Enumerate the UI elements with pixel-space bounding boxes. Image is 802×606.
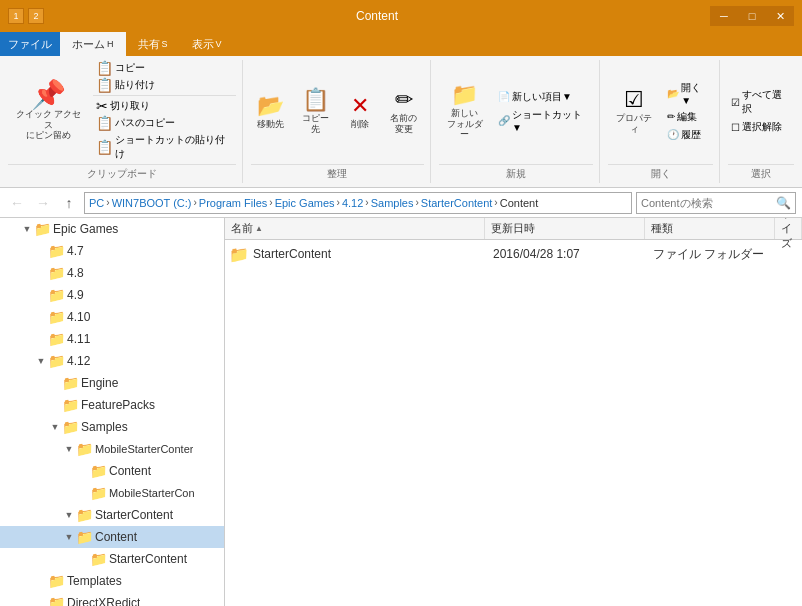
- copy-path-icon: 📋: [96, 116, 113, 130]
- toggle-4.11[interactable]: [34, 332, 48, 346]
- paste-shortcut-button[interactable]: 📋 ショートカットの貼り付け: [93, 132, 235, 162]
- copy-path-button[interactable]: 📋 パスのコピー: [93, 115, 235, 131]
- close-button[interactable]: ✕: [766, 6, 794, 26]
- toggle-templates[interactable]: [34, 574, 48, 588]
- pin-button[interactable]: 📌 クイック アクセスにピン留め: [8, 79, 89, 143]
- pin-icon: 📌: [31, 81, 66, 109]
- delete-button[interactable]: ✕ 削除: [340, 91, 380, 132]
- rename-button[interactable]: ✏ 名前の変更: [384, 85, 424, 137]
- ribbon-tabs: ファイル ホーム H 共有 S 表示 V: [0, 32, 802, 56]
- breadcrumb-epicgames[interactable]: Epic Games: [275, 197, 335, 209]
- sidebar-item-4.9[interactable]: 📁 4.9: [0, 284, 224, 306]
- move-button[interactable]: 📂 移動先: [251, 91, 291, 132]
- sidebar-item-mobilestarter[interactable]: ▼ 📁 MobileStarterConter: [0, 438, 224, 460]
- forward-button[interactable]: →: [32, 192, 54, 214]
- sidebar-item-mobilestartercon[interactable]: 📁 MobileStarterCon: [0, 482, 224, 504]
- copy-to-button[interactable]: 📋 コピー先: [295, 85, 336, 137]
- breadcrumb-drive[interactable]: WIN7BOOT (C:): [112, 197, 192, 209]
- shortcut-button[interactable]: 🔗 ショートカット▼: [495, 107, 593, 134]
- select-all-label: すべて選択: [742, 88, 791, 116]
- sidebar-item-4.8[interactable]: 📁 4.8: [0, 262, 224, 284]
- toggle-engine[interactable]: [48, 376, 62, 390]
- toggle-content-mobile[interactable]: [76, 464, 90, 478]
- toggle-directxredict[interactable]: [34, 596, 48, 606]
- file-folder-icon: 📁: [229, 245, 249, 264]
- history-button[interactable]: 🕐 履歴: [664, 127, 713, 143]
- sidebar-label-startercontent: StarterContent: [93, 508, 173, 522]
- sidebar-item-samples[interactable]: ▼ 📁 Samples: [0, 416, 224, 438]
- shortcut-icon: 🔗: [498, 115, 510, 126]
- up-button[interactable]: ↑: [58, 192, 80, 214]
- toggle-samples[interactable]: ▼: [48, 420, 62, 434]
- toggle-epic-games[interactable]: ▼: [20, 222, 34, 236]
- select-all-button[interactable]: ☑ すべて選択: [728, 87, 794, 117]
- toggle-4.12[interactable]: ▼: [34, 354, 48, 368]
- search-input[interactable]: [641, 197, 776, 209]
- toggle-content-selected[interactable]: ▼: [62, 530, 76, 544]
- sidebar-item-startercontent[interactable]: ▼ 📁 StarterContent: [0, 504, 224, 526]
- select-none-icon: ☐: [731, 122, 740, 133]
- sidebar-item-4.10[interactable]: 📁 4.10: [0, 306, 224, 328]
- copy-button[interactable]: 📋 コピー: [93, 60, 235, 76]
- sidebar-label-mobilestarter: MobileStarterConter: [93, 443, 193, 455]
- sidebar-item-content-selected[interactable]: ▼ 📁 Content: [0, 526, 224, 548]
- breadcrumb-pc[interactable]: PC: [89, 197, 104, 209]
- sidebar-item-templates[interactable]: 📁 Templates: [0, 570, 224, 592]
- new-folder-button[interactable]: 📁 新しいフォルダー: [439, 80, 491, 142]
- breadcrumb-programfiles[interactable]: Program Files: [199, 197, 267, 209]
- col-header-size[interactable]: サイズ: [775, 218, 802, 239]
- folder-icon-samples: 📁: [62, 419, 79, 435]
- open-button[interactable]: 📂 開く▼: [664, 80, 713, 107]
- folder-icon-featurepacks: 📁: [62, 397, 79, 413]
- sidebar-item-directxredict[interactable]: 📁 DirectXRedict: [0, 592, 224, 606]
- sidebar-item-content-mobile[interactable]: 📁 Content: [0, 460, 224, 482]
- new-item-button[interactable]: 📄 新しい項目▼: [495, 89, 593, 105]
- search-box[interactable]: 🔍: [636, 192, 796, 214]
- sidebar-item-engine[interactable]: 📁 Engine: [0, 372, 224, 394]
- edit-button[interactable]: ✏ 編集: [664, 109, 713, 125]
- table-row[interactable]: 📁 StarterContent 2016/04/28 1:07 ファイル フォ…: [225, 242, 802, 266]
- sidebar-item-featurepacks[interactable]: 📁 FeaturePacks: [0, 394, 224, 416]
- minimize-button[interactable]: ─: [710, 6, 738, 26]
- maximize-button[interactable]: □: [738, 6, 766, 26]
- toggle-mobilestartercon[interactable]: [76, 486, 90, 500]
- select-none-button[interactable]: ☐ 選択解除: [728, 119, 794, 135]
- clipboard-items: 📌 クイック アクセスにピン留め 📋 コピー 📋 貼り付け ✂: [8, 60, 236, 162]
- main-area: ▼ 📁 Epic Games 📁 4.7 📁 4.8 📁 4.9 📁 4.10 …: [0, 218, 802, 606]
- toggle-4.9[interactable]: [34, 288, 48, 302]
- shortcut-label: ショートカット▼: [512, 108, 590, 133]
- cut-button[interactable]: ✂ 切り取り: [93, 98, 235, 114]
- col-header-type[interactable]: 種類: [645, 218, 775, 239]
- col-header-name[interactable]: 名前 ▲: [225, 218, 485, 239]
- tab-share[interactable]: 共有 S: [126, 32, 180, 56]
- toggle-4.7[interactable]: [34, 244, 48, 258]
- title-bar-icons: 1 2: [8, 8, 44, 24]
- new-item-icon: 📄: [498, 91, 510, 102]
- toggle-startercontent-sub[interactable]: [76, 552, 90, 566]
- toggle-mobilestarter[interactable]: ▼: [62, 442, 76, 456]
- breadcrumb-startercontent[interactable]: StarterContent: [421, 197, 493, 209]
- title-bar: 1 2 Content ─ □ ✕: [0, 0, 802, 32]
- toggle-startercontent[interactable]: ▼: [62, 508, 76, 522]
- sidebar-item-startercontent-sub[interactable]: 📁 StarterContent: [0, 548, 224, 570]
- breadcrumb-version[interactable]: 4.12: [342, 197, 363, 209]
- sidebar-item-epic-games[interactable]: ▼ 📁 Epic Games: [0, 218, 224, 240]
- properties-button[interactable]: ☑ プロパティ: [608, 85, 660, 137]
- paste-button[interactable]: 📋 貼り付け: [93, 77, 235, 93]
- toggle-featurepacks[interactable]: [48, 398, 62, 412]
- tab-home[interactable]: ホーム H: [60, 32, 126, 56]
- tab-view[interactable]: 表示 V: [180, 32, 234, 56]
- breadcrumb-samples[interactable]: Samples: [371, 197, 414, 209]
- tab-file[interactable]: ファイル: [0, 32, 60, 56]
- back-button[interactable]: ←: [6, 192, 28, 214]
- file-name: StarterContent: [253, 247, 493, 261]
- toggle-4.10[interactable]: [34, 310, 48, 324]
- folder-icon-4.11: 📁: [48, 331, 65, 347]
- col-header-date[interactable]: 更新日時: [485, 218, 645, 239]
- toggle-4.8[interactable]: [34, 266, 48, 280]
- copy-icon: 📋: [96, 61, 113, 75]
- sidebar-item-4.12[interactable]: ▼ 📁 4.12: [0, 350, 224, 372]
- breadcrumb-bar[interactable]: PC › WIN7BOOT (C:) › Program Files › Epi…: [84, 192, 632, 214]
- sidebar-item-4.7[interactable]: 📁 4.7: [0, 240, 224, 262]
- sidebar-item-4.11[interactable]: 📁 4.11: [0, 328, 224, 350]
